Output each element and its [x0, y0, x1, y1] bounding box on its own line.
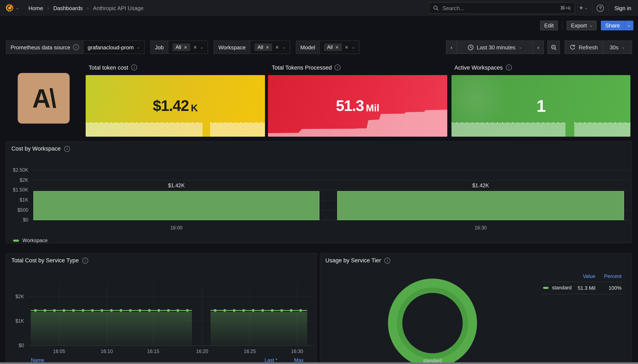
share-menu-button[interactable]: ⌄ — [624, 20, 633, 30]
stat-value-number: 51.3 — [336, 97, 364, 115]
line-series-segment[interactable] — [31, 309, 192, 312]
search-input[interactable] — [442, 4, 557, 12]
info-icon[interactable]: i — [64, 146, 70, 152]
info-icon[interactable]: i — [335, 64, 341, 70]
divider — [608, 4, 609, 12]
cost-by-service-type-panel: Total Cost by Service Type i $2K $1K $0 … — [6, 253, 317, 364]
edit-button[interactable]: Edit — [540, 20, 558, 30]
y-tick: $2K — [7, 294, 24, 299]
refresh-interval-picker[interactable]: 30s ⌄ — [603, 40, 632, 54]
zoom-out-time-button[interactable] — [547, 40, 560, 54]
job-filter-chip[interactable]: All ✕ — [173, 44, 190, 51]
refresh-button[interactable]: Refresh — [564, 40, 603, 54]
x-tick: 16:20 — [185, 349, 219, 354]
model-filter-label: Model — [296, 41, 320, 54]
clear-all-icon[interactable]: ✕ — [275, 44, 279, 50]
zoom-out-icon — [550, 44, 557, 50]
gridline — [202, 283, 203, 346]
stat-value: 1 — [451, 75, 630, 137]
y-tick: $2.50K — [6, 168, 28, 172]
cost-by-workspace-panel: Cost by Workspace i $2.50K $2K $1.50K $1… — [6, 141, 632, 243]
horizontal-scrollbar[interactable] — [0, 362, 638, 364]
time-shift-forward-button[interactable]: › — [533, 40, 544, 54]
workspace-filter-select[interactable]: All ✕ ✕ ⌄ — [250, 41, 290, 54]
org-switcher[interactable]: ⌄ — [5, 3, 19, 13]
datasource-value: grafanacloud-prom — [88, 44, 134, 50]
datasource-label: Prometheus data source — [11, 44, 70, 50]
model-filter-chip[interactable]: All ✕ — [324, 44, 342, 51]
stat-panel-total-tokens-processed[interactable]: 51.3 Mil — [268, 75, 447, 137]
share-split-button: Share ⌄ — [601, 20, 633, 30]
workspace-filter-label: Workspace — [214, 41, 250, 54]
clear-all-icon[interactable]: ✕ — [193, 44, 197, 50]
add-new-button[interactable]: + ⌄ — [579, 4, 588, 12]
chip-label: All — [258, 44, 263, 50]
chevron-down-icon: ⌄ — [200, 45, 204, 49]
datasource-select[interactable]: grafanacloud-prom ⌄ — [83, 41, 144, 54]
usage-by-service-tier-panel: Usage by Service Tier i standard Value P… — [320, 253, 632, 364]
chevron-down-icon: ⌄ — [351, 45, 355, 49]
job-filter-select[interactable]: All ✕ ✕ ⌄ — [168, 41, 208, 54]
share-button[interactable]: Share — [601, 20, 624, 30]
breadcrumb-dashboards[interactable]: Dashboards — [53, 5, 83, 11]
line-series-segment[interactable] — [211, 309, 307, 312]
close-icon[interactable]: ✕ — [335, 45, 339, 50]
stat-value: 51.3 Mil — [268, 75, 447, 137]
sign-in-button[interactable]: Sign in — [613, 5, 633, 11]
model-filter-select[interactable]: All ✕ ✕ ⌄ — [320, 41, 359, 54]
x-tick: 16:10 — [90, 349, 124, 354]
donut-slice-standard[interactable] — [388, 278, 477, 364]
clear-all-icon[interactable]: ✕ — [345, 44, 349, 50]
workspace-filter-chip[interactable]: All ✕ — [255, 44, 272, 51]
info-icon[interactable]: i — [82, 258, 88, 264]
stat-title-total-token-cost: Total token cost i — [89, 64, 137, 71]
panel-title[interactable]: Usage by Service Tier i — [325, 257, 390, 264]
y-tick: $0 — [6, 217, 28, 222]
chevron-down-icon: ⌄ — [282, 45, 285, 49]
x-tick: 16:25 — [233, 349, 267, 354]
export-button[interactable]: Export ⌄ — [567, 20, 597, 30]
panel-title-label: Total Cost by Service Type — [12, 257, 79, 264]
refresh-icon — [570, 44, 575, 50]
legend-item-workspace[interactable]: Workspace — [13, 238, 48, 243]
close-icon[interactable]: ✕ — [266, 45, 269, 50]
chip-label: All — [176, 44, 181, 50]
info-icon[interactable]: i — [131, 64, 137, 70]
breadcrumb-home[interactable]: Home — [29, 5, 43, 11]
job-filter-label: Job — [151, 41, 168, 54]
chevron-down-icon: ⌄ — [137, 45, 140, 49]
anthropic-logo-icon: A\ — [32, 83, 55, 114]
chevron-down-icon: ⌄ — [584, 6, 588, 10]
time-range-picker[interactable]: Last 30 minutes ⌄ — [457, 40, 533, 54]
legend-sort-percent[interactable]: Percent — [600, 273, 621, 279]
panel-title[interactable]: Cost by Workspace i — [12, 146, 70, 152]
legend-item-standard[interactable]: standard — [543, 285, 571, 290]
y-tick: $2K — [6, 178, 28, 183]
breadcrumb-separator-icon: › — [47, 5, 49, 11]
filter-bar: Prometheus data source i grafanacloud-pr… — [6, 40, 632, 54]
panel-title-label: Cost by Workspace — [12, 146, 61, 152]
stat-title-active-workspaces: Active Workspaces i — [454, 64, 512, 71]
bar-16-00[interactable] — [33, 191, 319, 220]
chip-label: All — [327, 44, 333, 50]
search-box[interactable]: ⌘+k — [428, 2, 575, 14]
anthropic-logo-panel: A\ — [18, 73, 70, 124]
help-button[interactable]: ? — [597, 4, 604, 12]
info-icon[interactable]: i — [506, 64, 512, 70]
stat-title-label: Active Workspaces — [454, 64, 503, 71]
job-filter: Job All ✕ ✕ ⌄ — [150, 40, 208, 54]
bar-value-label: $1.42K — [455, 183, 506, 188]
close-icon[interactable]: ✕ — [184, 45, 187, 50]
stat-title-label: Total Tokens Processed — [272, 64, 332, 71]
y-tick: $1K — [6, 198, 28, 202]
bar-16-30[interactable] — [337, 191, 624, 220]
time-shift-back-button[interactable]: ‹ — [446, 40, 457, 54]
stat-panel-active-workspaces[interactable]: 1 — [451, 75, 630, 137]
breadcrumb-current-page: Anthropic API Usage — [93, 5, 144, 11]
info-icon[interactable]: i — [384, 258, 390, 264]
nav-actions: ⌘+k + ⌄ ? Sign in — [428, 2, 633, 14]
stat-panel-total-token-cost[interactable]: $1.42 K — [86, 75, 265, 137]
panel-title[interactable]: Total Cost by Service Type i — [12, 257, 88, 264]
legend-sort-value[interactable]: Value — [578, 273, 595, 279]
table-separator — [541, 294, 622, 294]
